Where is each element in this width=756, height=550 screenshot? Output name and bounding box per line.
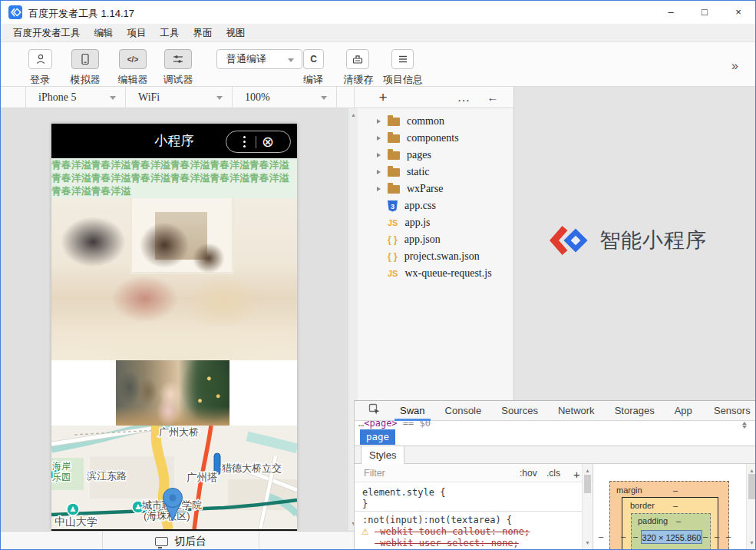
tab-styles[interactable]: Styles <box>361 446 404 464</box>
chevron-right-icon[interactable] <box>377 119 381 124</box>
compile-button[interactable]: C <box>303 49 324 69</box>
margin-right-value[interactable]: – <box>726 532 731 541</box>
devtools-tab-bar: Swan Console Sources Network Storages Ap… <box>355 401 756 421</box>
padding-right-value[interactable]: – <box>703 532 708 541</box>
inspect-element-icon[interactable] <box>368 403 381 419</box>
class-button[interactable]: .cls <box>546 468 560 479</box>
menu-dots-icon[interactable] <box>243 141 246 143</box>
tree-folder-wxparse[interactable]: wxParse <box>358 181 513 197</box>
debugger-toggle-button[interactable] <box>164 49 192 69</box>
chevron-right-icon[interactable] <box>377 136 381 141</box>
simulator-label: 模拟器 <box>71 73 101 87</box>
devtools-panel: Swan Console Sources Network Storages Ap… <box>354 400 755 549</box>
tree-file-app-json[interactable]: { } app.json <box>358 231 513 248</box>
tree-file-project-swan-json[interactable]: { } project.swan.json <box>358 248 513 265</box>
new-rule-button[interactable]: + <box>573 468 580 481</box>
element-style-open[interactable]: element.style { <box>362 487 445 498</box>
scrollbar-thumb[interactable] <box>584 475 591 493</box>
tab-console[interactable]: Console <box>435 401 492 421</box>
dom-tree-row[interactable]: …<page> == $0 <box>355 421 756 429</box>
border-right-value[interactable]: – <box>715 532 719 541</box>
chevron-right-icon[interactable] <box>377 170 381 174</box>
tree-folder-common[interactable]: common <box>358 113 513 130</box>
menu-project[interactable]: 项目 <box>120 24 154 42</box>
footer-cell-right <box>259 532 354 550</box>
box-model-scrollbar[interactable]: ▲ ▼ <box>746 464 756 549</box>
box-model-margin[interactable]: margin – border – padding – 320 × 1255.8… <box>609 481 729 549</box>
menu-view[interactable]: 视图 <box>220 24 253 42</box>
tree-file-app-js[interactable]: JS app.js <box>358 214 513 231</box>
border-left-value[interactable]: – <box>621 532 626 541</box>
toolbar-expand-button[interactable]: » <box>731 59 738 73</box>
dom-page-tag[interactable]: <page> <box>364 421 397 429</box>
chevron-right-icon[interactable] <box>377 153 381 157</box>
menu-edit[interactable]: 编辑 <box>87 24 120 42</box>
footer-cell-left <box>1 532 103 550</box>
tree-folder-pages[interactable]: pages <box>358 147 513 164</box>
tab-sensors[interactable]: Sensors <box>704 401 756 421</box>
zoom-select[interactable]: 100% <box>233 87 337 108</box>
maximize-button[interactable]: □ <box>688 1 721 24</box>
add-file-button[interactable]: + <box>374 89 392 106</box>
styles-pane: Filter :hov .cls + element.style { } :no… <box>355 464 593 549</box>
collapse-panel-button[interactable]: ← <box>484 89 502 106</box>
compile-mode-select[interactable]: 普通编译 <box>216 49 302 69</box>
simulator-toggle-button[interactable] <box>71 49 99 69</box>
scroll-down-icon[interactable]: ▼ <box>583 538 593 548</box>
device-select[interactable]: iPhone 5 <box>26 87 126 108</box>
box-model-padding[interactable]: padding – 320 × 1255.860 <box>631 513 711 549</box>
js-icon: JS <box>388 269 398 278</box>
tree-folder-static[interactable]: static <box>358 164 513 181</box>
padding-left-value[interactable]: – <box>633 532 638 541</box>
menu-tools[interactable]: 工具 <box>154 24 187 42</box>
file-more-button[interactable]: … <box>454 89 473 106</box>
menu-interface[interactable]: 界面 <box>187 24 220 42</box>
login-button[interactable] <box>28 49 52 69</box>
tree-folder-components[interactable]: components <box>358 130 513 147</box>
map-view[interactable]: 广州大桥 滨江东路 广州塔 猎德大桥立交 城市职业学院 (海珠校区) 中山大学 … <box>51 426 297 529</box>
map-label-interchange: 猎德大桥立交 <box>222 462 282 474</box>
switch-background-button[interactable]: 切后台 <box>103 532 259 550</box>
tree-file-wx-queue-request[interactable]: JS wx-queue-request.js <box>358 265 513 282</box>
box-model-border[interactable]: border – padding – 320 × 1255.860 <box>622 497 718 549</box>
tab-swan[interactable]: Swan <box>390 401 435 421</box>
project-info-button[interactable] <box>391 49 414 69</box>
close-button[interactable]: × <box>721 1 755 24</box>
tab-app-data[interactable]: App data <box>665 401 704 421</box>
element-style-close: } <box>362 499 368 509</box>
box-model-content[interactable]: 320 × 1255.860 <box>641 530 702 544</box>
map-label-road: 滨江东路 <box>87 470 127 482</box>
folder-label: components <box>407 132 459 144</box>
tab-storages[interactable]: Storages <box>605 401 665 421</box>
tab-network[interactable]: Network <box>548 401 605 421</box>
css-prop-touch-callout[interactable]: -webkit-touch-callout: none; <box>375 526 530 537</box>
box-model-pane: margin – border – padding – 320 × 1255.8… <box>593 464 756 549</box>
scroll-down-icon[interactable]: ▼ <box>747 538 756 548</box>
tab-sources[interactable]: Sources <box>491 401 548 421</box>
rule-selector[interactable]: :not(input):not(textarea) { <box>362 515 512 525</box>
file-label: project.swan.json <box>404 250 480 263</box>
margin-left-value[interactable]: – <box>599 532 603 541</box>
scrollbar-thumb[interactable] <box>748 474 755 499</box>
menu-app[interactable]: 百度开发者工具 <box>6 24 87 42</box>
code-icon: </> <box>127 55 138 64</box>
scroll-updown-icon[interactable] <box>742 422 747 429</box>
border-top-value[interactable]: – <box>673 501 678 510</box>
tree-file-app-css[interactable]: 3 app.css <box>358 197 513 214</box>
clear-cache-button[interactable] <box>346 49 369 69</box>
network-select[interactable]: WiFi <box>126 87 233 108</box>
close-circle-icon[interactable]: ⊗ <box>262 134 274 149</box>
folder-label: common <box>407 115 444 128</box>
styles-scrollbar[interactable]: ▲ ▼ <box>582 464 592 549</box>
minimize-button[interactable]: – <box>654 1 688 24</box>
chevron-right-icon[interactable] <box>377 187 381 191</box>
filter-input[interactable]: Filter <box>364 468 385 479</box>
css-prop-user-select[interactable]: -webkit-user-select: none; <box>375 538 519 548</box>
hover-state-button[interactable]: :hov <box>520 468 537 479</box>
margin-top-value[interactable]: – <box>673 485 678 495</box>
breadcrumb-page[interactable]: page <box>360 429 395 445</box>
styles-content: Filter :hov .cls + element.style { } :no… <box>355 464 756 549</box>
login-label: 登录 <box>30 73 50 87</box>
padding-top-value[interactable]: – <box>676 516 681 525</box>
editor-toggle-button[interactable]: </> <box>119 49 147 69</box>
